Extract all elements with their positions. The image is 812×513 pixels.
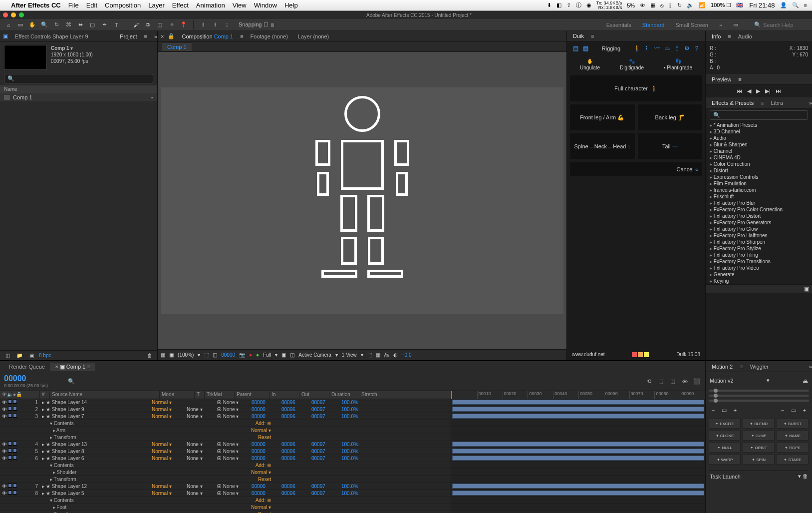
layer-parent[interactable]: ⦿ None ▾ <box>215 484 250 489</box>
motion-btn-blend[interactable]: ✦ BLEND <box>743 419 775 429</box>
layer-stretch[interactable]: 100.0% <box>339 484 369 489</box>
tab-info[interactable]: Info <box>709 32 724 40</box>
motion-slider[interactable] <box>709 395 809 397</box>
motion-btn-null[interactable]: ✦ NULL <box>709 443 741 453</box>
layer-duration[interactable]: 00097 <box>309 456 339 461</box>
menu-animation[interactable]: Animation <box>196 1 225 9</box>
layer-name[interactable]: ▸ ★ Shape Layer 6 <box>40 456 150 461</box>
layer-out[interactable]: 00096 <box>279 414 309 419</box>
layer-row[interactable]: 👁 8 ▸ ★ Shape Layer 5 Normal ▾ None ▾ ⦿ … <box>0 490 451 497</box>
panel-more-icon[interactable]: » <box>154 33 157 39</box>
layer-trkmat[interactable]: None ▾ <box>185 491 215 496</box>
menubar-icon[interactable]: ▦ <box>650 2 655 8</box>
col-out[interactable]: Out <box>299 391 329 399</box>
duik-controller-icon[interactable]: ▭ <box>663 45 670 52</box>
motion-btn-name[interactable]: ✦ NAME <box>777 431 809 441</box>
comp-sub-tab[interactable]: Comp 1 <box>162 42 192 51</box>
layer-name[interactable]: ▸ ★ Shape Layer 7 <box>40 414 150 419</box>
layer-out[interactable]: 00096 <box>279 400 309 405</box>
duik-cancel[interactable]: Cancel « <box>570 162 702 176</box>
layer-mode[interactable]: Normal ▾ <box>150 407 185 412</box>
duik-type-plantigrade[interactable]: 👣• Plantigrade <box>664 58 692 70</box>
menubar-icon[interactable]: ◧ <box>556 2 561 8</box>
layer-row[interactable]: 👁 7 ▸ ★ Shape Layer 12 Normal ▾ None ▾ ⦿… <box>0 483 451 490</box>
duik-swatches[interactable] <box>632 352 649 357</box>
tab-layer[interactable]: Layer (none) <box>295 32 332 40</box>
layer-in[interactable]: 00000 <box>250 456 279 461</box>
layer-group[interactable]: ▸ ShoulderNormal ▾ <box>0 469 451 476</box>
ep-item[interactable]: francois-tarlier.com <box>706 187 812 193</box>
tab-footage[interactable]: Footage (none) <box>248 32 291 40</box>
col-source[interactable]: Source Name <box>50 391 160 399</box>
layer-stretch[interactable]: 100.0% <box>339 414 369 419</box>
ep-item[interactable]: FxFactory Pro Transitions <box>706 258 812 265</box>
ep-item[interactable]: Frischluft <box>706 193 812 200</box>
tab-preview[interactable]: Preview <box>709 75 734 83</box>
brush-tool[interactable]: 🖌 <box>131 20 140 29</box>
puppet-tool[interactable]: 📍 <box>179 20 188 29</box>
ep-item[interactable]: FxFactory Pro Tiling <box>706 252 812 258</box>
tab-effects-presets[interactable]: Effects & Presets <box>709 99 757 107</box>
duik-settings-icon[interactable]: ⚙ <box>683 45 690 52</box>
tl-icon[interactable]: ⬛ <box>692 377 701 386</box>
layer-stretch[interactable]: 100.0% <box>339 491 369 496</box>
layer-mode[interactable]: Normal ▾ <box>150 449 185 454</box>
tab-render-queue[interactable]: Render Queue <box>4 363 50 371</box>
duik-grid-icon[interactable]: ▦ <box>582 45 589 52</box>
motion-btn-warp[interactable]: ✦ WARP <box>709 455 741 465</box>
col-mode[interactable]: Mode <box>160 391 195 399</box>
layer-stretch[interactable]: 100.0% <box>339 400 369 405</box>
ep-item[interactable]: Distort <box>706 167 812 174</box>
viewer-icon[interactable]: ◐ <box>393 352 398 358</box>
menubar-icon[interactable]: ⎋ <box>660 2 664 8</box>
layer-transform[interactable]: ▸ TransformReset <box>0 511 451 513</box>
duik-link-icon[interactable]: 〰 <box>653 45 660 52</box>
ep-item[interactable]: Audio <box>706 135 812 141</box>
duik-list-icon[interactable]: ▤ <box>572 45 579 52</box>
layer-parent[interactable]: ⦿ None ▾ <box>215 456 250 461</box>
col-duration[interactable]: Duration <box>329 391 359 399</box>
ep-item[interactable]: FxFactory Pro Sharpen <box>706 239 812 245</box>
layer-duration[interactable]: 00097 <box>309 400 339 405</box>
layer-row[interactable]: 👁 2 ▸ ★ Shape Layer 9 Normal ▾ None ▾ ⦿ … <box>0 406 451 413</box>
new-bin-icon[interactable]: ▣ <box>804 286 809 292</box>
layer-name[interactable]: ▸ ★ Shape Layer 8 <box>40 449 150 454</box>
duik-spine[interactable]: Spine – Neck – Head ↕ <box>570 133 635 159</box>
layer-parent[interactable]: ⦿ None ▾ <box>215 414 250 419</box>
duik-measure-icon[interactable]: ⟟ <box>673 45 680 52</box>
flag-icon[interactable]: 🇬🇧 <box>736 2 743 8</box>
layer-switches[interactable]: 👁 <box>0 442 30 447</box>
chevron-down-icon[interactable]: ▾ <box>198 352 200 358</box>
ep-item[interactable]: Color Correction <box>706 161 812 167</box>
viewer-icon[interactable]: ◫ <box>290 352 294 358</box>
menu-help[interactable]: Help <box>284 1 298 9</box>
zoom-tool[interactable]: 🔍 <box>40 20 49 29</box>
snapshot-icon[interactable]: 📷 <box>239 352 245 358</box>
ep-item[interactable]: Expression Controls <box>706 174 812 180</box>
motion-btn-clone[interactable]: ✦ CLONE <box>709 431 741 441</box>
layer-mode[interactable]: Normal ▾ <box>150 414 185 419</box>
roto-tool[interactable]: ✧ <box>167 20 176 29</box>
workspace-small-screen[interactable]: Small Screen <box>673 21 710 29</box>
layer-duration[interactable]: 00097 <box>309 442 339 447</box>
tl-icon[interactable]: 👁 <box>680 377 689 386</box>
timecode-display[interactable]: 00000 <box>221 352 235 358</box>
menu-view[interactable]: View <box>233 1 247 9</box>
ep-item[interactable]: FxFactory Pro Blur <box>706 200 812 206</box>
eraser-tool[interactable]: ◫ <box>155 20 164 29</box>
motion-slider[interactable] <box>709 390 809 392</box>
ep-item[interactable]: Channel <box>706 148 812 154</box>
menubar-icon[interactable]: 👁 <box>640 2 645 8</box>
home-icon[interactable]: ⌂ <box>4 20 13 29</box>
panel-menu-icon[interactable]: ≡ <box>728 33 731 39</box>
layer-in[interactable]: 00000 <box>250 414 279 419</box>
duik-human-icon[interactable]: 🚶 <box>633 45 640 52</box>
tab-timeline-comp[interactable]: × ▣ Comp 1 ≡ <box>50 363 95 371</box>
viewer-icon[interactable]: ⬚ <box>204 352 209 358</box>
layer-in[interactable]: 00000 <box>250 449 279 454</box>
tab-wiggler[interactable]: Wiggler <box>747 363 772 371</box>
close-tab-icon[interactable]: × <box>161 33 164 39</box>
col-stretch[interactable]: Stretch <box>359 391 389 399</box>
panel-menu-icon[interactable]: ≡ <box>738 76 741 82</box>
ep-item[interactable]: FxFactory Pro Glow <box>706 226 812 232</box>
